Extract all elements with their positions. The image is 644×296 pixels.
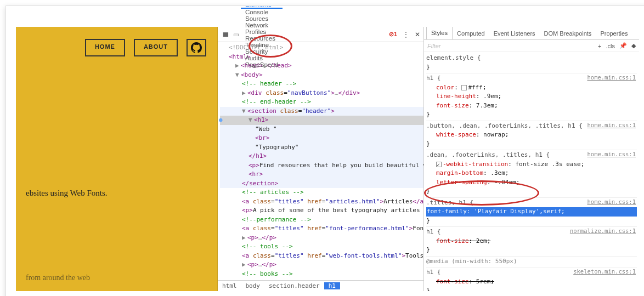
tab-profiles[interactable]: Profiles [241,29,283,35]
tab-timeline[interactable]: Timeline [241,42,283,48]
crumb-h1[interactable]: h1 [324,282,340,289]
crumb-section[interactable]: section.header [264,282,324,289]
tab-audits[interactable]: Audits [241,55,283,61]
devtools-styles-panel: Styles Computed Event Listeners DOM Brea… [424,27,639,291]
cls-toggle[interactable]: .cls [606,43,615,49]
devtools-tab-bar: ⯀ ▭ ElementsConsoleSourcesNetworkProfile… [218,27,423,42]
crumb-body[interactable]: body [241,282,265,289]
page-nav: HOME ABOUT [85,39,206,56]
screenshot-frame: ☆ ▮▮▮ S ✉ ✎ ⚑ ! ◻ ▢ ◭ ◇ ⟳ S ≡ HOME ABOUT… [5,5,644,296]
page-section-sub: from around the web [26,274,90,282]
tab-resources[interactable]: Resources [241,35,283,42]
tab-computed[interactable]: Computed [453,27,489,39]
rendered-page: HOME ABOUT phy ebsites using Web Fonts. … [16,27,218,291]
nav-about-button[interactable]: ABOUT [134,39,178,56]
add-rule-icon[interactable]: + [598,43,601,49]
tab-event-listeners[interactable]: Event Listeners [489,27,540,39]
close-icon[interactable]: ✕ [415,31,420,38]
tab-sources[interactable]: Sources [241,15,283,22]
crumb-html[interactable]: html [218,282,241,289]
tab-dom-breakpoints[interactable]: DOM Breakpoints [540,27,596,39]
styles-rules-list[interactable]: element.style {}home.min.css:1h1 {color:… [424,52,639,291]
page-subtitle-fragment: ebsites using Web Fonts. [26,189,108,198]
tab-network[interactable]: Network [241,22,283,29]
inspect-icon[interactable]: ⯀ [221,31,231,38]
nav-home-button[interactable]: HOME [85,39,125,56]
tab-pagespeed[interactable]: PageSpeed [241,61,283,68]
styles-sub-tabs: Styles Computed Event Listeners DOM Brea… [424,27,639,40]
tab-properties[interactable]: Properties [596,27,632,39]
error-count-badge[interactable]: ⊘1 [389,31,397,38]
filter-input[interactable]: Filter [427,43,440,49]
tab-security[interactable]: Security [241,48,283,55]
kebab-icon[interactable]: ⋮ [403,31,409,38]
styles-filter-row: Filter + .cls 📌 ◆ [424,40,639,52]
devtools-elements-panel: ⯀ ▭ ElementsConsoleSourcesNetworkProfile… [218,27,424,291]
tab-console[interactable]: Console [241,9,283,15]
dom-tree[interactable]: <!DOCTYPE html> <html> ▶<head>…</head> ▼… [218,42,423,280]
breadcrumb[interactable]: html body section.header h1 [218,280,423,291]
layout-icon[interactable]: ◆ [631,42,636,49]
github-icon[interactable] [187,39,206,56]
device-icon[interactable]: ▭ [231,31,241,38]
tab-styles[interactable]: Styles [426,27,453,39]
pin-icon[interactable]: 📌 [619,42,627,49]
